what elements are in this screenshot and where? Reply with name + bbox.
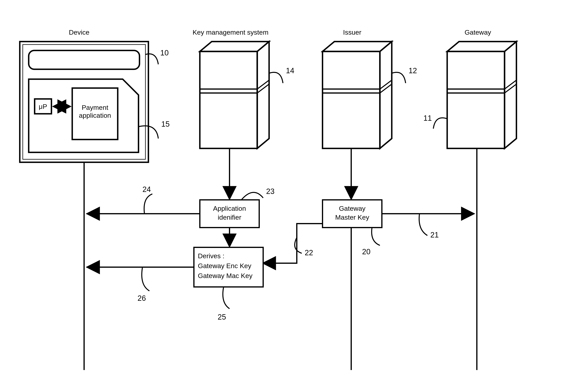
svg-rect-19 — [447, 51, 505, 148]
gmk-l1: Gateway — [339, 205, 366, 212]
ref-23: 23 — [266, 187, 274, 195]
gmk-l2: Master Key — [335, 213, 369, 221]
device: μP Payment application — [20, 41, 148, 162]
ref-20: 20 — [362, 248, 370, 256]
derives-l1: Derives : — [198, 252, 224, 260]
leader-25 — [223, 287, 229, 309]
arrow-22 — [263, 224, 323, 263]
title-gateway: Gateway — [465, 28, 491, 36]
svg-rect-5 — [200, 51, 257, 148]
svg-line-24 — [505, 80, 516, 89]
leader-12 — [392, 72, 406, 83]
server-issuer — [323, 41, 392, 148]
ref-10: 10 — [160, 49, 169, 57]
svg-rect-12 — [323, 51, 380, 148]
app-id-l2: idenifier — [218, 213, 241, 221]
leader-14 — [269, 72, 283, 83]
server-kms — [200, 41, 269, 148]
payment-app-l2: application — [79, 112, 111, 119]
app-id-l1: Application — [213, 205, 246, 212]
ref-21: 21 — [430, 231, 439, 239]
svg-line-10 — [257, 80, 269, 89]
ref-15: 15 — [161, 120, 170, 128]
ref-14: 14 — [286, 66, 294, 75]
ref-25: 25 — [218, 313, 226, 321]
leader-24 — [144, 194, 152, 214]
leader-23 — [241, 192, 263, 200]
leader-10 — [145, 54, 158, 64]
svg-line-17 — [380, 80, 392, 89]
leader-11 — [433, 118, 447, 129]
derives-l2: Gateway Enc Key — [198, 262, 251, 269]
micro-p-label: μP — [39, 103, 47, 110]
svg-line-25 — [505, 84, 516, 93]
ref-11: 11 — [423, 114, 432, 122]
leader-20 — [371, 227, 380, 245]
svg-marker-23 — [505, 41, 516, 148]
ref-12: 12 — [409, 66, 417, 75]
ref-26: 26 — [138, 294, 146, 302]
title-issuer: Issuer — [343, 28, 362, 36]
diagram-canvas: Device Key management system Issuer Gate… — [0, 0, 574, 392]
ref-22: 22 — [305, 248, 313, 257]
ref-24: 24 — [143, 185, 151, 193]
leader-22 — [295, 237, 302, 253]
leader-21 — [419, 214, 427, 235]
svg-marker-9 — [257, 41, 269, 148]
title-kms: Key management system — [192, 28, 268, 36]
svg-rect-0 — [20, 41, 148, 162]
derives-l3: Gateway Mac Key — [198, 272, 252, 279]
svg-rect-1 — [23, 44, 145, 159]
svg-marker-16 — [380, 41, 392, 148]
server-gateway — [447, 41, 516, 148]
svg-line-11 — [257, 84, 269, 93]
title-device: Device — [69, 28, 89, 36]
svg-rect-2 — [29, 50, 140, 69]
payment-app-l1: Payment — [82, 104, 108, 111]
svg-line-18 — [380, 84, 392, 93]
leader-26 — [142, 267, 149, 291]
